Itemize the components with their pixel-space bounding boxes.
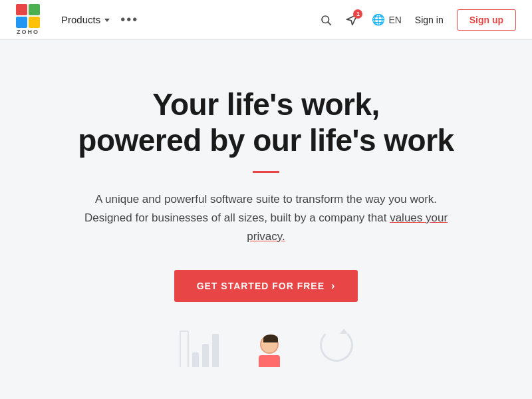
hero-subtitle: A unique and powerful software suite to … <box>80 190 452 246</box>
logo-squares <box>16 4 40 28</box>
hero-section: Your life's work, powered by our life's … <box>0 40 532 367</box>
globe-icon: 🌐 <box>372 13 385 26</box>
logo-sq-blue <box>16 17 27 28</box>
bar-chart-illus <box>180 331 219 367</box>
nav-right: 1 🌐 EN Sign in Sign up <box>320 9 516 31</box>
hero-divider <box>253 171 279 173</box>
cta-button[interactable]: GET STARTED FOR FREE › <box>174 270 358 302</box>
signin-button[interactable]: Sign in <box>415 15 444 25</box>
logo-sq-yellow <box>29 17 40 28</box>
products-menu[interactable]: Products <box>61 14 110 25</box>
products-label: Products <box>61 14 100 25</box>
signup-button[interactable]: Sign up <box>457 9 516 31</box>
logo-sq-green <box>29 4 40 15</box>
cta-arrow-icon: › <box>331 280 335 292</box>
logo[interactable]: ZOHO <box>16 4 40 35</box>
logo-sq-red <box>16 4 27 15</box>
notification-badge: 1 <box>353 9 362 19</box>
notifications-button[interactable]: 1 <box>345 13 358 27</box>
hero-title: Your life's work, powered by our life's … <box>78 86 454 159</box>
lang-code: EN <box>388 15 401 25</box>
language-selector[interactable]: 🌐 EN <box>372 13 401 26</box>
svg-line-1 <box>329 22 331 25</box>
search-button[interactable] <box>320 14 332 26</box>
circle-illus <box>320 329 353 364</box>
navbar: ZOHO Products ••• 1 🌐 EN Sign in Sig <box>0 0 532 40</box>
chevron-down-icon <box>104 19 110 22</box>
hero-illustration <box>180 321 353 367</box>
person-illus <box>259 335 280 367</box>
more-menu[interactable]: ••• <box>120 12 138 27</box>
logo-text: ZOHO <box>17 29 39 35</box>
